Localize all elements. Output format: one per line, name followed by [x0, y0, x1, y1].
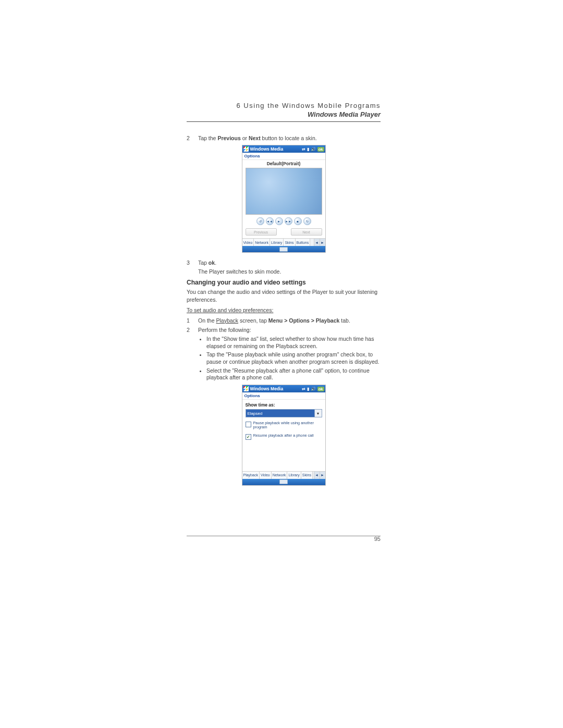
checkbox-label: Resume playback after a phone call	[253, 434, 314, 438]
keyboard-icon[interactable]	[279, 247, 288, 252]
proc-step-1: 1 On the Playback screen, tap Menu > Opt…	[187, 317, 381, 324]
tab-video[interactable]: Video	[260, 472, 272, 479]
repeat-icon[interactable]: ↻	[303, 217, 311, 225]
step-text: Perform the following:	[198, 326, 381, 334]
bullet-item: Select the "Resume playback after a phon…	[206, 367, 381, 381]
procedure-title: To set audio and video preferences:	[187, 306, 381, 314]
tab-scroll-right-icon[interactable]: ►	[320, 472, 325, 479]
step-text: On the Playback screen, tap Menu > Optio…	[198, 317, 381, 324]
show-time-dropdown[interactable]: Elapsed ▼	[246, 409, 322, 417]
prev-track-icon[interactable]: ◄◄	[266, 217, 274, 225]
skin-nav-buttons: Previous Next	[242, 228, 325, 238]
bold-menu-path: Menu > Options > Playback	[268, 317, 340, 324]
volume-icon: 🔊	[311, 147, 316, 152]
tab-network[interactable]: Network	[254, 239, 270, 246]
chapter-title: Using the Windows Mobile Programs	[243, 102, 381, 109]
step-number: 2	[187, 134, 198, 142]
tab-strip: Playback Video Network Library Skins ◄ ►	[242, 471, 325, 479]
volume-icon: 🔊	[311, 387, 316, 391]
bullet-list: In the "Show time as" list, select wheth…	[187, 336, 381, 381]
titlebar-icons: ⇄ ▮ 🔊 ok	[302, 147, 324, 152]
titlebar: Windows Media ⇄ ▮ 🔊 ok	[242, 145, 325, 153]
chapter-line: 6 Using the Windows Mobile Programs	[187, 102, 381, 109]
ok-button[interactable]: ok	[317, 147, 324, 152]
link-playback: Playback	[216, 317, 238, 324]
intro-paragraph: You can change the audio and video setti…	[187, 288, 381, 303]
checkbox-box[interactable]	[246, 422, 251, 427]
next-skin-button[interactable]: Next	[291, 228, 322, 236]
footer-rule	[187, 536, 381, 536]
ok-button[interactable]: ok	[317, 387, 324, 391]
checkbox-label: Pause playback while using another progr…	[253, 421, 322, 430]
tab-scroll-left-icon[interactable]: ◄	[314, 239, 320, 246]
shuffle-icon[interactable]: ↺	[256, 217, 264, 225]
step-number: 2	[187, 326, 198, 334]
connectivity-icon: ⇄	[302, 147, 305, 152]
tab-network[interactable]: Network	[272, 472, 288, 479]
connectivity-icon: ⇄	[302, 387, 305, 391]
show-time-label: Show time as:	[246, 402, 322, 408]
sip-bar	[242, 246, 325, 252]
page-content: 6 Using the Windows Mobile Programs Wind…	[187, 102, 381, 492]
sip-bar	[242, 479, 325, 485]
next-track-icon[interactable]: ►►	[285, 217, 292, 225]
previous-skin-button[interactable]: Previous	[246, 228, 277, 236]
titlebar: Windows Media ⇄ ▮ 🔊 ok	[242, 385, 325, 392]
step-3: 3 Tap ok.	[187, 259, 381, 266]
stop-icon[interactable]: ■	[294, 217, 302, 225]
bold-next: Next	[249, 135, 261, 141]
app-title: Windows Media	[250, 146, 300, 152]
step-2: 2 Tap the Previous or Next button to loc…	[187, 134, 381, 142]
proc-step-2: 2 Perform the following:	[187, 326, 381, 334]
page-number: 95	[374, 536, 381, 542]
checkbox-pause-playback[interactable]: Pause playback while using another progr…	[246, 421, 322, 430]
screenshot-skins: Windows Media ⇄ ▮ 🔊 ok Options Default(P…	[242, 145, 326, 253]
tab-buttons[interactable]: Buttons	[296, 239, 311, 246]
tab-library[interactable]: Library	[270, 239, 284, 246]
play-icon[interactable]: ►	[275, 217, 283, 225]
dropdown-value: Elapsed	[246, 410, 314, 417]
step-number: 1	[187, 317, 198, 324]
checkbox-resume-playback[interactable]: ✓ Resume playback after a phone call	[246, 434, 322, 440]
skin-name-label: Default(Portrait)	[242, 160, 325, 168]
section-title: Windows Media Player	[187, 110, 381, 118]
options-menu[interactable]: Options	[242, 153, 325, 160]
bold-ok: ok	[209, 260, 215, 266]
skin-preview	[246, 168, 322, 215]
app-title: Windows Media	[250, 386, 300, 391]
player-controls: ↺ ◄◄ ► ►► ■ ↻	[242, 215, 325, 228]
bullet-item: In the "Show time as" list, select wheth…	[206, 336, 381, 350]
tab-scroll-left-icon[interactable]: ◄	[314, 472, 320, 479]
tab-skins[interactable]: Skins	[284, 239, 295, 246]
document-page: 6 Using the Windows Mobile Programs Wind…	[0, 0, 563, 728]
tab-skins[interactable]: Skins	[301, 472, 313, 479]
tab-playback[interactable]: Playback	[242, 472, 260, 479]
tab-library[interactable]: Library	[287, 472, 301, 479]
chevron-down-icon[interactable]: ▼	[314, 410, 322, 417]
options-menu[interactable]: Options	[242, 392, 325, 400]
step-3-subtext: The Player switches to skin mode.	[198, 268, 381, 275]
checkbox-box[interactable]: ✓	[246, 434, 251, 440]
bullet-item: Tap the "Pause playback while using anot…	[206, 351, 381, 365]
signal-icon: ▮	[307, 147, 309, 152]
header-rule	[187, 121, 381, 122]
step-number: 3	[187, 259, 198, 266]
keyboard-icon[interactable]	[279, 479, 288, 484]
heading-audio-video: Changing your audio and video settings	[187, 279, 381, 286]
windows-flag-icon	[243, 386, 249, 391]
windows-flag-icon	[243, 146, 249, 152]
bold-previous: Previous	[217, 135, 240, 141]
tab-strip: Video Network Library Skins Buttons ◄ ►	[242, 238, 325, 246]
chapter-number: 6	[237, 102, 241, 109]
step-text: Tap ok.	[198, 259, 381, 266]
titlebar-icons: ⇄ ▮ 🔊 ok	[302, 387, 324, 391]
screenshot-playback-options: Windows Media ⇄ ▮ 🔊 ok Options Show time…	[242, 385, 326, 486]
tab-scroll-right-icon[interactable]: ►	[320, 239, 325, 246]
options-body: Show time as: Elapsed ▼ Pause playback w…	[242, 400, 325, 471]
signal-icon: ▮	[307, 387, 309, 391]
tab-video[interactable]: Video	[242, 239, 254, 246]
step-text: Tap the Previous or Next button to locat…	[198, 134, 381, 142]
